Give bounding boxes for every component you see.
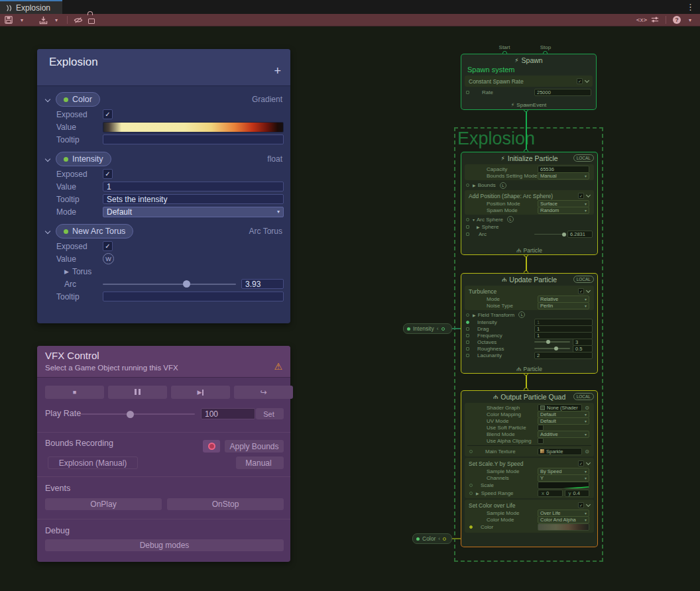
initialize-particle-node[interactable]: ⚡ Initialize Particle LOCAL Capacity 655… [461,152,598,255]
intensity-value-field[interactable]: 1 [103,182,284,191]
toggle-blackboard-visibility-button[interactable] [72,15,84,25]
block-collapse-chevron-icon[interactable] [586,288,591,293]
noise-type-dropdown[interactable]: Perlin▾ [538,302,589,309]
play-rate-field[interactable]: 100 [201,408,255,419]
speed-range-y-field[interactable]: y0.4 [565,490,590,497]
arc-slider[interactable] [103,284,236,285]
tooltip-field[interactable] [103,134,284,144]
spawn-context-node[interactable]: ⚡ Spawn Spawn system Constant Spawn Rate… [461,54,597,110]
channels-dropdown[interactable]: Y▾ [538,474,589,482]
slider-handle[interactable] [562,233,566,237]
property-pill-arc-torus[interactable]: New Arc Torus [56,224,133,239]
intensity-tooltip-field[interactable]: Sets the intensity [103,194,284,204]
torus-foldout-label[interactable]: Torus [72,267,91,276]
octaves-port[interactable] [466,341,469,344]
lock-button[interactable] [86,15,97,25]
color-port-connected[interactable] [469,525,473,529]
help-dropdown[interactable]: ▾ [684,15,696,25]
arc-slider[interactable] [534,234,565,235]
foldout-closed-icon[interactable]: ▶ [64,268,69,275]
block-enabled-checkbox[interactable]: ✓ [578,502,584,508]
arc-port[interactable] [466,233,469,236]
roughness-port[interactable] [466,347,469,350]
exposed-checkbox[interactable]: ✓ [103,109,113,119]
color-gradient-field[interactable] [538,523,589,531]
exposed-checkbox[interactable]: ✓ [103,169,113,179]
rate-field[interactable]: 25000 [534,89,591,96]
bounds-mode-dropdown[interactable]: Manual [236,457,284,469]
save-as-dropdown[interactable]: ▾ [50,15,62,25]
arc-value-field[interactable]: 6.2831 [567,231,593,238]
vfx-control-header[interactable]: VFX Control Select a Game Object running… [37,346,290,378]
restart-button[interactable]: ↪ [234,386,293,399]
chevron-down-icon[interactable] [45,156,50,162]
block-enabled-checkbox[interactable]: ✓ [578,460,584,466]
block-collapse-chevron-icon[interactable] [586,460,591,465]
frequency-port[interactable] [466,334,469,337]
rate-port[interactable] [466,91,469,94]
space-toggle-icon[interactable]: L [518,311,525,318]
onplay-button[interactable]: OnPlay [45,498,162,510]
object-picker-icon[interactable]: ⊙ [585,449,589,455]
onstop-button[interactable]: OnStop [167,498,284,510]
chevron-down-icon[interactable] [45,97,50,102]
block-collapse-chevron-icon[interactable] [586,193,591,197]
uv-mode-dropdown[interactable]: Default▾ [538,417,589,425]
block-enabled-checkbox[interactable]: ✓ [578,193,584,199]
foldout-closed-icon[interactable]: ▶ [476,491,479,496]
slider-handle[interactable] [183,280,190,288]
save-as-button[interactable] [37,15,49,25]
show-generated-code-button[interactable]: <x> [636,15,648,25]
update-particle-node[interactable]: Ψ Update Particle LOCAL Turbulence ✓ Mod… [461,273,598,374]
arc-value-field[interactable]: 3.93 [241,279,284,289]
foldout-closed-icon[interactable]: ▶ [473,313,476,317]
foldout-closed-icon[interactable]: ▶ [473,225,480,229]
bounds-port[interactable] [466,184,469,187]
slider-handle[interactable] [546,340,550,344]
use-alpha-clipping-checkbox[interactable] [538,438,544,444]
play-rate-slider[interactable] [81,413,195,415]
spawn-mode-dropdown[interactable]: Random▾ [538,207,589,214]
color-parameter-node[interactable]: Color ‹ [412,533,452,544]
color-mode-dropdown[interactable]: Color And Alpha▾ [538,516,589,523]
color-pill-output-port[interactable] [443,537,446,541]
lacunarity-field[interactable]: 2 [534,352,593,359]
block-collapse-chevron-icon[interactable] [585,78,589,83]
object-picker-icon[interactable]: ⊙ [585,405,589,411]
foldout-open-icon[interactable]: ▾ [473,217,475,222]
exposed-checkbox[interactable]: ✓ [103,241,113,251]
lacunarity-port[interactable] [466,354,469,357]
record-bounds-button[interactable] [203,440,220,453]
output-particle-quad-node[interactable]: Ψ Output Particle Quad LOCAL Shader Grap… [461,390,598,547]
field-transform-port[interactable] [466,313,469,317]
world-space-toggle-icon[interactable]: W [103,253,114,264]
intensity-port-connected[interactable] [466,321,469,324]
octaves-slider[interactable] [534,341,570,343]
foldout-closed-icon[interactable]: ▶ [473,183,476,188]
attach-target-button[interactable]: Explosion (Manual) [48,457,138,469]
constant-spawn-rate-block[interactable]: Constant Spawn Rate ✓ [465,76,593,87]
arc-torus-tooltip-field[interactable] [103,292,284,301]
slider-handle[interactable] [554,347,558,350]
intensity-pill-output-port[interactable] [441,327,445,331]
stop-button[interactable]: ■ [45,386,104,399]
property-intensity-header[interactable]: Intensity float [37,150,290,168]
bounds-setting-mode-dropdown[interactable]: Manual▾ [538,172,589,180]
space-toggle-icon[interactable]: L [507,216,514,223]
sphere-port[interactable] [466,225,469,229]
block-collapse-chevron-icon[interactable] [586,502,591,507]
property-arc-torus-header[interactable]: New Arc Torus Arc Torus [37,223,290,240]
arc-sphere-port[interactable] [466,218,469,221]
add-property-button[interactable]: + [274,65,281,77]
apply-bounds-button[interactable]: Apply Bounds [225,440,284,453]
system-name-field[interactable]: Spawn system [461,66,596,75]
system-label[interactable]: Explosion [457,129,535,149]
pause-button[interactable] [108,386,167,399]
set-play-rate-button[interactable]: Set [256,408,284,419]
collapse-icon[interactable]: ‹ [437,325,439,332]
main-texture-port[interactable] [469,450,473,453]
debug-modes-button[interactable]: Debug modes [45,539,284,551]
slider-handle[interactable] [127,411,134,418]
use-soft-particle-checkbox[interactable] [538,425,544,431]
speed-range-x-field[interactable]: x0 [538,490,563,497]
